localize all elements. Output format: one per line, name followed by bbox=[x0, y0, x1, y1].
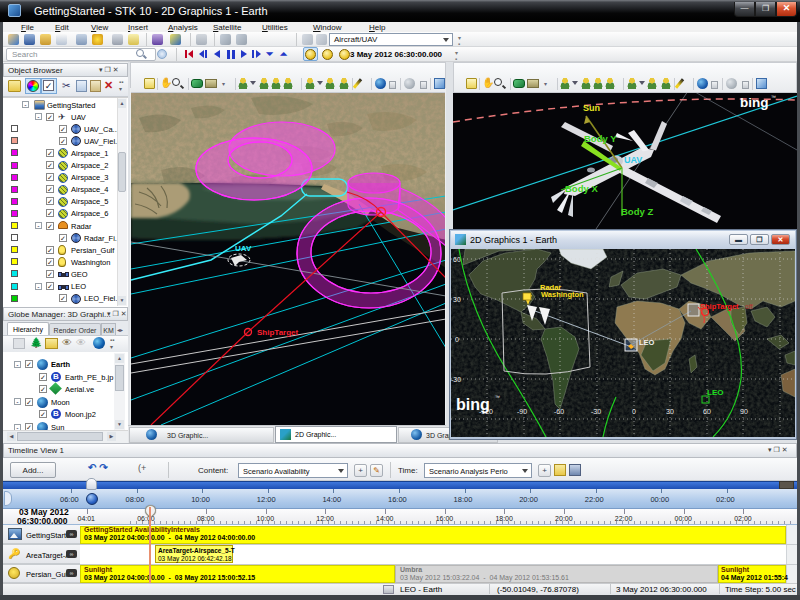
svg-text:60: 60 bbox=[703, 408, 711, 415]
svg-text:0: 0 bbox=[455, 336, 459, 343]
svg-text:-30: -30 bbox=[591, 408, 601, 415]
svg-text:-60: -60 bbox=[554, 408, 564, 415]
svg-text:LEO: LEO bbox=[639, 338, 655, 347]
svg-text:Body Z: Body Z bbox=[621, 206, 653, 217]
svg-text:off: off bbox=[745, 303, 753, 310]
svg-text:30: 30 bbox=[666, 408, 674, 415]
svg-text:™: ™ bbox=[771, 94, 776, 100]
svg-text:Sun: Sun bbox=[583, 103, 600, 113]
svg-text:UAV: UAV bbox=[624, 155, 642, 165]
svg-text:ShipTarget: ShipTarget bbox=[257, 328, 299, 337]
svg-text:30: 30 bbox=[453, 296, 461, 303]
svg-text:bing: bing bbox=[740, 95, 769, 110]
svg-text:bing: bing bbox=[456, 396, 490, 413]
svg-text:-30: -30 bbox=[451, 376, 461, 383]
svg-text:ShipTarget: ShipTarget bbox=[700, 302, 739, 311]
svg-text:0: 0 bbox=[632, 408, 636, 415]
svg-text:UAV: UAV bbox=[235, 244, 252, 253]
svg-text:™: ™ bbox=[495, 394, 500, 400]
svg-text:90: 90 bbox=[740, 408, 748, 415]
svg-text:Washington: Washington bbox=[541, 290, 584, 299]
svg-text:Body X: Body X bbox=[565, 183, 598, 194]
svg-text:60: 60 bbox=[453, 256, 461, 263]
svg-text:-90: -90 bbox=[517, 408, 527, 415]
svg-text:Body Y: Body Y bbox=[584, 133, 617, 144]
